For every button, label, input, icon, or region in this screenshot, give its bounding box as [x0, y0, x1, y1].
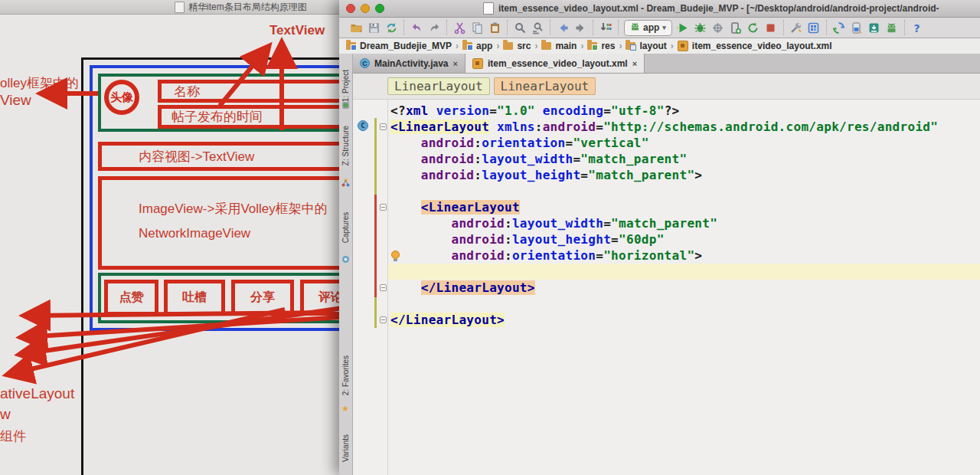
maximize-window-button[interactable]: [375, 4, 384, 13]
window-title: item_essence_video_layout.xml - Dream_Bu…: [483, 0, 939, 17]
coverage-icon[interactable]: [711, 21, 725, 34]
avd-manager-icon[interactable]: [807, 21, 821, 34]
breadcrumb-label: app: [476, 41, 492, 51]
code-line: [388, 264, 980, 280]
close-tab-icon[interactable]: ×: [632, 59, 637, 68]
code-line: </LinearLayout>: [388, 312, 980, 328]
breadcrumb-item[interactable]: src: [501, 41, 532, 51]
help-icon[interactable]: ?: [910, 21, 924, 34]
toolbar-group: [508, 20, 550, 35]
traffic-lights: [346, 4, 384, 13]
attach-debugger-icon[interactable]: [729, 21, 743, 34]
gradle-sync-icon[interactable]: [832, 21, 846, 34]
tag-breadcrumb-row: LinearLayout LinearLayout: [353, 74, 980, 100]
tool-stripe-favorites[interactable]: 2: Favorites: [341, 355, 350, 395]
breadcrumb-separator: ›: [616, 41, 624, 51]
vcs-change-marker: [374, 195, 377, 297]
android-head-icon: [630, 21, 640, 34]
breadcrumb-item[interactable]: Dream_Budejie_MVP: [345, 41, 453, 51]
fold-marker-icon[interactable]: [380, 316, 387, 323]
toolbar-group: [784, 20, 827, 35]
toolbar-group: [447, 20, 508, 35]
cut-icon[interactable]: [452, 21, 466, 34]
project-folder-icon: [346, 42, 356, 50]
code-line: [388, 296, 980, 312]
editor-gutter: C: [353, 100, 388, 475]
stop-icon[interactable]: [764, 21, 778, 34]
captures-stripe-icon[interactable]: [341, 255, 350, 264]
toolbar-group: [344, 20, 404, 35]
save-icon[interactable]: [367, 21, 381, 34]
tool-stripe-variants[interactable]: Variants: [341, 434, 350, 462]
tool-stripe-structure[interactable]: Z: Structure: [341, 126, 350, 165]
close-tab-icon[interactable]: ×: [452, 59, 457, 68]
tab-item_essence_video_layout.xml[interactable]: item_essence_video_layout.xml×: [466, 54, 645, 73]
debug-icon[interactable]: [694, 21, 707, 34]
tool-window-stripe: 1: Project Z: Structure Captures 2: Favo…: [339, 54, 353, 475]
run-icon[interactable]: [676, 21, 690, 34]
code-line: android:layout_width="match_parent": [388, 151, 980, 167]
run-config-selector[interactable]: app▾: [624, 20, 672, 36]
breadcrumb-item[interactable]: res: [586, 41, 616, 51]
editor-column: CMainActivity.java×item_essence_video_la…: [353, 54, 980, 475]
rerun-icon[interactable]: [746, 21, 760, 34]
sync-icon[interactable]: [384, 21, 398, 34]
tag-breadcrumb-outer[interactable]: LinearLayout: [387, 77, 490, 95]
code-line: android:orientation="vertical": [388, 135, 980, 151]
diagram-share-button-box: 分享: [231, 280, 294, 316]
breadcrumb-item[interactable]: app: [461, 41, 494, 51]
open-folder-icon[interactable]: [349, 21, 363, 34]
back-icon[interactable]: [556, 21, 570, 34]
code-line: <LinearLayout xmlns:android="http://sche…: [388, 119, 980, 135]
breadcrumb-separator: ›: [532, 41, 540, 51]
tag-breadcrumb-inner[interactable]: LinearLayout: [494, 77, 596, 95]
module-folder-icon: [462, 42, 472, 50]
settings-wrench-icon[interactable]: [789, 21, 803, 34]
code-editor[interactable]: C <?xml version="1.0" encoding="utf-8"?>…: [353, 100, 980, 475]
diagram-roast-button-box: 吐槽: [164, 280, 225, 316]
toolbar-group: ?: [905, 20, 929, 35]
redo-icon[interactable]: [427, 21, 441, 34]
breadcrumb-item[interactable]: item_essence_video_layout.xml: [676, 41, 834, 51]
main-toolbar: app▾?: [339, 18, 980, 38]
tool-stripe-captures[interactable]: Captures: [341, 212, 350, 244]
breadcrumb-separator: ›: [494, 41, 501, 51]
star-icon[interactable]: ★: [341, 405, 350, 413]
tab-label: item_essence_video_layout.xml: [488, 58, 628, 69]
minimize-window-button[interactable]: [361, 4, 370, 13]
breadcrumb-label: layout: [639, 41, 666, 51]
close-window-button[interactable]: [346, 4, 355, 13]
structure-stripe-icon[interactable]: [341, 179, 350, 187]
xml-file-icon: [472, 58, 483, 69]
paste-icon[interactable]: [488, 21, 501, 34]
relativelayout-annotation: ativeLayout: [0, 385, 74, 402]
diagram-window: 精华item条目布局结构原理图 头像 名称 帖子发布的时间 内容视图->Text…: [0, 0, 342, 475]
diagram-title: 精华item条目布局结构原理图: [175, 1, 307, 14]
like-label: 点赞: [119, 290, 144, 306]
find-in-path-icon[interactable]: [531, 21, 544, 34]
folder-icon: [541, 42, 551, 50]
sdk-manager-icon[interactable]: [867, 21, 881, 34]
document-icon: [175, 2, 185, 13]
code-line: android:orientation="horizontal">: [388, 247, 980, 264]
fold-marker-icon[interactable]: [380, 123, 387, 130]
breadcrumb-item[interactable]: main: [540, 41, 578, 51]
find-icon[interactable]: [513, 21, 527, 34]
layout-inspector-icon[interactable]: [850, 21, 864, 34]
android-icon[interactable]: [885, 21, 899, 34]
undo-icon[interactable]: [410, 21, 423, 34]
fold-marker-icon[interactable]: [380, 284, 387, 291]
volley-annotation-line1: olley框架中的: [0, 74, 79, 92]
copy-icon[interactable]: [470, 21, 484, 34]
sync-scroll-icon[interactable]: [599, 21, 612, 34]
forward-icon[interactable]: [573, 21, 587, 34]
document-icon: [483, 2, 494, 15]
window-title-text: item_essence_video_layout.xml - Dream_Bu…: [498, 3, 939, 14]
project-stripe-icon[interactable]: [341, 101, 350, 110]
breadcrumb-item[interactable]: layout: [624, 41, 668, 51]
android-studio-window: item_essence_video_layout.xml - Dream_Bu…: [339, 0, 980, 475]
tab-MainActivity.java[interactable]: CMainActivity.java×: [353, 54, 466, 73]
layout-folder-icon: [626, 42, 635, 50]
tool-stripe-project[interactable]: 1: Project: [341, 70, 350, 102]
fold-marker-icon[interactable]: [380, 204, 387, 211]
